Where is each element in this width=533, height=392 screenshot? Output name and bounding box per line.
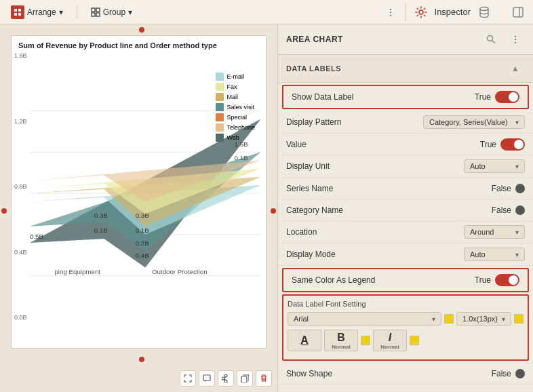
category-name-label: Category Name: [286, 205, 492, 215]
show-data-label-toggle[interactable]: [495, 91, 519, 103]
location-dropdown[interactable]: Around ▾: [464, 225, 525, 239]
delete-button[interactable]: [256, 370, 272, 387]
category-name-row: Category Name False: [278, 199, 533, 221]
bold-b-button[interactable]: B Normal: [324, 330, 358, 351]
legend-color-fax: [216, 83, 224, 91]
show-data-label-label: Show Data Label: [292, 92, 475, 102]
selection-handle-left[interactable]: [1, 208, 7, 214]
chevron-down-icon-font: ▾: [432, 315, 435, 323]
font-color-swatch-1[interactable]: [444, 314, 454, 324]
legend-sales: Sales visit: [216, 103, 255, 111]
svg-text:0.1B: 0.1B: [135, 227, 149, 234]
share-button[interactable]: [218, 370, 234, 387]
more-section-button[interactable]: ⋮: [506, 30, 525, 49]
search-button[interactable]: [481, 30, 500, 49]
italic-button[interactable]: I Normal: [373, 330, 407, 351]
svg-rect-1: [18, 9, 21, 12]
display-mode-dropdown[interactable]: Auto ▾: [464, 248, 525, 261]
inspector-gear-icon[interactable]: [412, 3, 431, 22]
value-toggle[interactable]: [500, 138, 525, 151]
toggle-thumb: [509, 92, 518, 102]
svg-rect-4: [92, 8, 95, 12]
svg-point-8: [419, 10, 423, 14]
svg-rect-3: [18, 13, 21, 16]
chevron-down-icon-unit: ▾: [515, 163, 519, 170]
data-labels-header: DATA LABELS ▲: [278, 55, 533, 83]
collapse-button[interactable]: ▲: [506, 59, 525, 78]
inspector-body: DATA LABELS ▲ Show Data Label True Displ…: [278, 55, 533, 392]
chevron-down-icon-loc: ▾: [515, 229, 519, 236]
legend-telephone: Telephone: [216, 123, 255, 132]
more-icon: ⋮: [386, 7, 395, 18]
comment-button[interactable]: [199, 370, 215, 387]
font-setting-section: Data Label Font Setting Arial ▾ 1.0x(13p…: [282, 294, 529, 361]
toolbar: Arrange ▾ Group ▾ ⋮ Inspector: [0, 0, 533, 24]
toolbar-right: ⋮: [381, 3, 400, 22]
svg-rect-10: [513, 7, 523, 17]
selection-handle-right[interactable]: [271, 208, 276, 214]
database-icon[interactable]: [475, 3, 494, 22]
chevron-down-icon-size: ▾: [502, 315, 505, 323]
svg-point-38: [488, 36, 493, 41]
chart-panel: Sum of Revenue by Product line and Order…: [0, 24, 278, 392]
expand-chart-button[interactable]: [180, 370, 196, 387]
same-color-row: Same Color As Legend True: [282, 268, 529, 292]
font-color-swatch-4[interactable]: [410, 336, 419, 345]
chart-title: Sum of Revenue by Product line and Order…: [12, 36, 266, 52]
group-chevron: ▾: [128, 7, 132, 17]
legend-color-web: [216, 134, 224, 142]
legend-color-sales: [216, 103, 224, 111]
category-name-indicator: [515, 205, 525, 215]
y-axis: 1.6B 1.2B 0.8B 0.4B 0.0B: [14, 52, 30, 334]
legend-special: Special: [216, 113, 255, 121]
selection-handle-top[interactable]: [139, 27, 144, 33]
inspector-panel: AREA CHART ⋮ DATA LABELS ▲ Show Data Lab…: [278, 24, 533, 392]
value-value: True: [480, 140, 496, 149]
series-name-value: False: [492, 184, 511, 193]
svg-text:Outdoor Protection: Outdoor Protection: [151, 268, 207, 275]
legend-color-telephone: [216, 123, 224, 132]
legend-color-mail: [216, 93, 224, 101]
category-name-value: False: [492, 205, 511, 215]
font-color-swatch-3[interactable]: [361, 336, 370, 345]
section-header: AREA CHART ⋮: [278, 24, 533, 55]
font-family-dropdown[interactable]: Arial ▾: [288, 312, 441, 326]
display-unit-dropdown[interactable]: Auto ▾: [464, 159, 525, 173]
display-pattern-dropdown[interactable]: Category, Series(Value) ▾: [423, 115, 525, 129]
display-unit-row: Display Unit Auto ▾: [278, 155, 533, 178]
location-label: Location: [286, 227, 464, 237]
data-labels-title: DATA LABELS: [286, 64, 341, 73]
arrange-button[interactable]: Arrange ▾: [5, 3, 68, 22]
font-size-dropdown[interactable]: 1.0x(13px) ▾: [456, 312, 511, 326]
chart-area: 0.5B 0.3B 0.1B 0.2B 0.4B 0.1B 0.3B 1.5B …: [30, 52, 260, 334]
toolbar-left: Arrange ▾ Group ▾: [5, 3, 381, 22]
svg-text:0.1B: 0.1B: [94, 227, 107, 234]
svg-rect-2: [14, 13, 17, 16]
italic-sublabel: Normal: [380, 344, 399, 350]
value-row: Value True: [278, 134, 533, 155]
arrange-chevron: ▾: [59, 7, 63, 17]
svg-text:0.3B: 0.3B: [135, 212, 149, 219]
bold-button[interactable]: A: [288, 330, 321, 351]
value-label: Value: [286, 140, 480, 149]
panel-toggle-icon[interactable]: [509, 3, 528, 22]
group-label: Group: [103, 7, 125, 17]
chart-legend: E-mail Fax Mail Sales visit: [216, 73, 255, 144]
chart-container: Sum of Revenue by Product line and Order…: [11, 35, 266, 349]
svg-text:0.5B: 0.5B: [30, 233, 43, 240]
same-color-toggle[interactable]: [495, 274, 519, 286]
group-button[interactable]: Group ▾: [85, 5, 138, 20]
series-name-indicator: [515, 184, 525, 193]
font-color-swatch-2[interactable]: [514, 314, 524, 324]
series-name-row: Series Name False: [278, 178, 533, 199]
chevron-down-icon: ▾: [515, 119, 519, 126]
show-data-label-value: True: [475, 92, 491, 102]
copy-button[interactable]: [237, 370, 253, 387]
bold-b-sublabel: Normal: [332, 344, 351, 350]
font-style-row: A B Normal I Normal: [288, 330, 524, 351]
selection-handle-bottom[interactable]: [139, 357, 144, 362]
display-mode-row: Display Mode Auto ▾: [278, 243, 533, 266]
svg-rect-5: [96, 8, 100, 12]
legend-web: Web: [216, 134, 255, 142]
more-options-button[interactable]: ⋮: [381, 3, 400, 22]
